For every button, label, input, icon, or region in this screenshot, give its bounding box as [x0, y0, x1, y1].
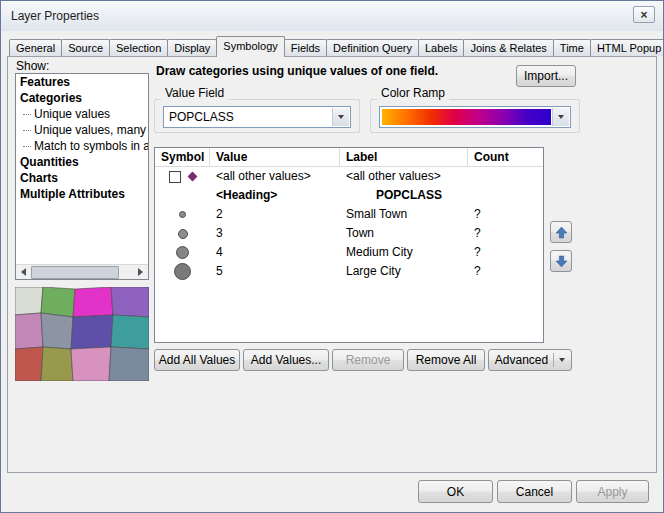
- close-button[interactable]: ×: [633, 6, 655, 23]
- button-divider: [553, 353, 554, 367]
- tab-html-popup[interactable]: HTML Popup: [590, 39, 664, 56]
- move-up-button[interactable]: [550, 221, 572, 243]
- count-cell: ?: [468, 262, 543, 281]
- column-header-label[interactable]: Label: [340, 148, 468, 166]
- label-cell: <all other values>: [340, 167, 468, 186]
- circle-symbol-icon[interactable]: [176, 246, 189, 259]
- column-header-count[interactable]: Count: [468, 148, 543, 166]
- tree-item-unique-values-many[interactable]: Unique values, many: [16, 122, 148, 138]
- table-row-all-other-values[interactable]: <all other values> <all other values>: [155, 167, 543, 186]
- scrollbar-thumb[interactable]: [31, 266, 119, 279]
- dropdown-arrow-icon[interactable]: [332, 108, 349, 126]
- window-title: Layer Properties: [11, 9, 99, 23]
- show-tree: Features Categories Unique values Unique…: [15, 73, 149, 280]
- value-cell: <all other values>: [210, 167, 340, 186]
- label-cell: Medium City: [340, 243, 468, 262]
- color-ramp-label: Color Ramp: [377, 86, 449, 100]
- advanced-button[interactable]: Advanced: [488, 349, 572, 371]
- menu-arrow-icon: [559, 358, 565, 362]
- value-cell: 2: [210, 205, 340, 224]
- label-cell: Large City: [340, 262, 468, 281]
- tree-item-quantities[interactable]: Quantities: [16, 154, 148, 170]
- move-down-button[interactable]: [550, 250, 572, 272]
- tree-horizontal-scrollbar[interactable]: [16, 264, 148, 279]
- value-field-label: Value Field: [161, 86, 228, 100]
- remove-all-button[interactable]: Remove All: [407, 349, 485, 371]
- label-cell: Small Town: [340, 205, 468, 224]
- tree-item-match-to-symbols[interactable]: Match to symbols in a: [16, 138, 148, 154]
- circle-symbol-icon[interactable]: [174, 263, 191, 280]
- value-cell: 4: [210, 243, 340, 262]
- label-cell: Town: [340, 224, 468, 243]
- apply-button[interactable]: Apply: [576, 480, 649, 503]
- tab-labels[interactable]: Labels: [418, 39, 464, 56]
- tree-item-categories[interactable]: Categories: [16, 90, 148, 106]
- layer-properties-dialog: Layer Properties × General Source Select…: [0, 0, 664, 513]
- count-cell: ?: [468, 243, 543, 262]
- symbol-table: Symbol Value Label Count <all other valu…: [154, 147, 544, 343]
- circle-symbol-icon[interactable]: [178, 229, 188, 239]
- tab-selection[interactable]: Selection: [109, 39, 168, 56]
- ok-button[interactable]: OK: [418, 480, 493, 503]
- circle-symbol-icon[interactable]: [179, 211, 186, 218]
- count-cell: ?: [468, 205, 543, 224]
- add-values-button[interactable]: Add Values...: [243, 349, 329, 371]
- advanced-button-label: Advanced: [495, 353, 548, 367]
- color-ramp-group: Color Ramp: [370, 99, 580, 133]
- color-ramp-preview: [382, 109, 551, 125]
- tab-symbology[interactable]: Symbology: [216, 36, 284, 57]
- tab-time[interactable]: Time: [553, 39, 591, 56]
- tree-item-features[interactable]: Features: [16, 74, 148, 90]
- table-row-heading[interactable]: <Heading> POPCLASS: [155, 186, 543, 205]
- all-other-values-checkbox[interactable]: [169, 171, 181, 183]
- show-label: Show:: [16, 59, 49, 73]
- tree-item-charts[interactable]: Charts: [16, 170, 148, 186]
- table-row-5[interactable]: 5 Large City ?: [155, 262, 543, 281]
- symbology-tab-panel: Show: Features Categories Unique values …: [7, 56, 657, 473]
- tree-item-unique-values[interactable]: Unique values: [16, 106, 148, 122]
- label-cell: POPCLASS: [340, 186, 468, 205]
- titlebar[interactable]: Layer Properties ×: [1, 1, 663, 31]
- column-header-symbol[interactable]: Symbol: [155, 148, 210, 166]
- scroll-right-arrow-icon[interactable]: [133, 265, 148, 280]
- symbology-preview-map: [15, 287, 149, 381]
- value-cell: <Heading>: [210, 186, 340, 205]
- import-button[interactable]: Import...: [516, 65, 576, 87]
- panel-description: Draw categories using unique values of o…: [156, 64, 512, 78]
- dropdown-arrow-icon[interactable]: [552, 108, 569, 126]
- scroll-left-arrow-icon[interactable]: [16, 265, 31, 280]
- table-row-2[interactable]: 2 Small Town ?: [155, 205, 543, 224]
- remove-button[interactable]: Remove: [332, 349, 404, 371]
- count-cell: ?: [468, 224, 543, 243]
- value-field-combobox[interactable]: POPCLASS: [163, 106, 351, 128]
- table-header: Symbol Value Label Count: [155, 148, 543, 167]
- down-arrow-icon: [555, 255, 568, 268]
- table-row-3[interactable]: 3 Town ?: [155, 224, 543, 243]
- column-header-value[interactable]: Value: [210, 148, 340, 166]
- tab-fields[interactable]: Fields: [284, 39, 327, 56]
- table-row-4[interactable]: 4 Medium City ?: [155, 243, 543, 262]
- tab-display[interactable]: Display: [167, 39, 217, 56]
- tab-definition-query[interactable]: Definition Query: [326, 39, 419, 56]
- add-all-values-button[interactable]: Add All Values: [154, 349, 240, 371]
- value-field-group: Value Field POPCLASS: [154, 99, 360, 133]
- value-cell: 3: [210, 224, 340, 243]
- tab-source[interactable]: Source: [61, 39, 110, 56]
- color-ramp-combobox[interactable]: [379, 106, 571, 128]
- value-field-value: POPCLASS: [169, 107, 234, 127]
- value-cell: 5: [210, 262, 340, 281]
- cancel-button[interactable]: Cancel: [497, 480, 572, 503]
- close-icon: ×: [640, 9, 647, 21]
- tab-general[interactable]: General: [9, 39, 62, 56]
- tree-item-multiple-attributes[interactable]: Multiple Attributes: [16, 186, 148, 202]
- tab-joins-relates[interactable]: Joins & Relates: [463, 39, 553, 56]
- tab-bar: General Source Selection Display Symbolo…: [9, 36, 664, 57]
- diamond-point-symbol-icon[interactable]: [188, 172, 198, 182]
- up-arrow-icon: [555, 226, 568, 239]
